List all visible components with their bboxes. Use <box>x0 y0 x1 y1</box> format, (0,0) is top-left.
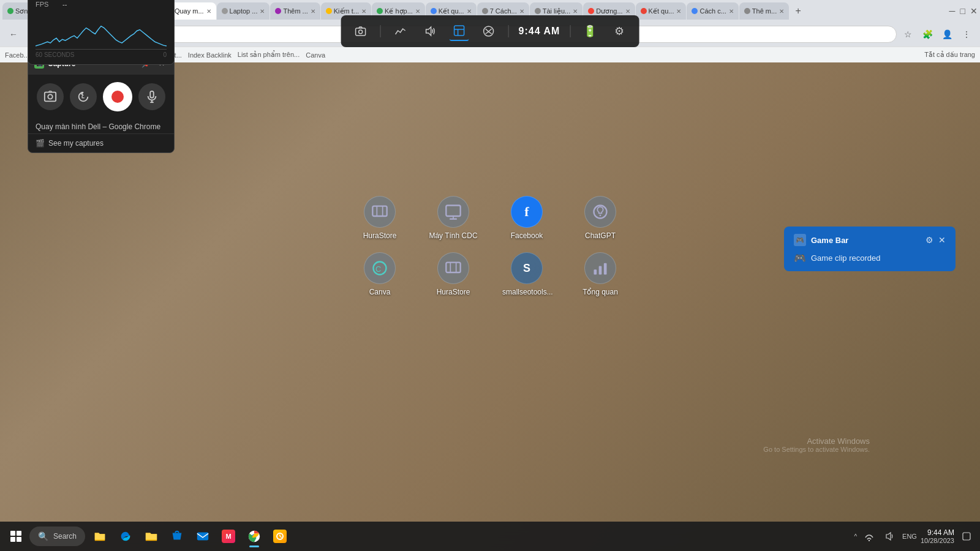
see-captures-text: See my captures <box>48 139 104 148</box>
gb-audio-icon[interactable] <box>420 21 440 41</box>
tab-15[interactable]: Thê m... ✕ <box>739 2 789 20</box>
gb-xbox-icon[interactable] <box>479 21 499 41</box>
maximize-button[interactable]: □ <box>960 6 965 16</box>
record-button[interactable] <box>103 82 132 111</box>
tab-11-close[interactable]: ✕ <box>573 8 578 15</box>
rewind-button[interactable] <box>70 83 97 110</box>
shortcut-smallseo[interactable]: S smallseotools... <box>499 252 554 296</box>
gbn-close-icon[interactable]: ✕ <box>938 235 946 245</box>
stat-fps-value: -- <box>62 1 67 8</box>
see-captures-icon: 🎬 <box>36 139 45 148</box>
tab-10-close[interactable]: ✕ <box>519 8 524 15</box>
shortcut-tonquan[interactable]: Tổng quan <box>573 252 628 296</box>
perf-chart-area <box>36 13 167 50</box>
extension-button[interactable]: 🧩 <box>919 26 936 43</box>
start-button[interactable] <box>5 525 27 547</box>
tb-app-yellow[interactable] <box>268 524 292 549</box>
shortcut-hurastore-2[interactable]: HuraStore <box>426 252 481 296</box>
tab-9-close[interactable]: ✕ <box>467 8 472 15</box>
new-tab-button[interactable]: + <box>791 4 805 18</box>
shortcut-facebook[interactable]: f Facebook <box>499 196 554 240</box>
gb-overlay-icon[interactable] <box>450 21 469 41</box>
tab-7-close[interactable]: ✕ <box>361 8 366 15</box>
close-button[interactable]: ✕ <box>970 6 978 16</box>
tab-14[interactable]: Cách c... ✕ <box>687 2 738 20</box>
bookmark-button[interactable]: ☆ <box>899 26 916 43</box>
gbn-settings-icon[interactable]: ⚙ <box>925 235 933 245</box>
taskbar-network-icon[interactable] <box>861 528 878 545</box>
shortcut-tonquan-icon <box>584 252 616 284</box>
svg-text:C: C <box>375 264 381 274</box>
shortcut-maytinh[interactable]: Máy Tính CDC <box>426 196 481 240</box>
bookmark-turn-off[interactable]: Tắt cả dấu trang <box>924 51 975 59</box>
nav-icons-right: ☆ 🧩 👤 ⋮ <box>899 26 975 43</box>
gamebar-toolbar: 9:44 AM 🔋 ⚙ <box>341 15 639 47</box>
gb-settings-icon[interactable]: ⚙ <box>609 21 629 41</box>
svg-line-37 <box>280 536 282 538</box>
taskbar-volume-icon[interactable] <box>881 528 899 545</box>
taskbar-search[interactable]: 🔍 Search <box>29 527 85 546</box>
taskbar-expand-icon[interactable]: ^ <box>854 533 857 540</box>
gbn-gamebar-icon: 🎮 <box>794 234 806 246</box>
see-captures-link[interactable]: 🎬 See my captures <box>28 133 174 152</box>
settings-button[interactable]: ⋮ <box>958 26 975 43</box>
bookmark-canva[interactable]: Canva <box>306 51 325 59</box>
taskbar-datetime[interactable]: 9:44 AM 10/28/2023 <box>921 528 954 544</box>
svg-rect-3 <box>454 26 464 36</box>
tb-store[interactable] <box>165 524 189 549</box>
back-button[interactable]: ← <box>5 26 22 43</box>
bookmark-list[interactable]: List sản phẩm trên... <box>238 51 300 59</box>
tab-12-close[interactable]: ✕ <box>625 8 630 15</box>
tab-13-close[interactable]: ✕ <box>676 8 681 15</box>
shortcut-facebook-icon: f <box>511 196 543 228</box>
gb-capture-icon[interactable] <box>351 21 371 41</box>
gbn-title: Game Bar <box>811 236 921 245</box>
svg-rect-27 <box>604 263 607 275</box>
tab-14-close[interactable]: ✕ <box>729 8 734 15</box>
bookmark-facebook[interactable]: Faceb... <box>5 51 29 59</box>
gb-performance-icon[interactable] <box>391 21 410 41</box>
taskbar-lang[interactable]: ENG <box>902 533 917 540</box>
gb-separator-3 <box>570 25 570 37</box>
screenshot-button[interactable] <box>37 83 64 110</box>
mic-button[interactable] <box>138 83 165 110</box>
taskbar-notification-icon[interactable] <box>958 528 975 545</box>
tab-6-close[interactable]: ✕ <box>311 8 315 15</box>
taskbar: 🔍 Search <box>0 522 980 551</box>
shortcut-canva[interactable]: C Canva <box>352 252 407 296</box>
stat-fps-label: FPS <box>36 1 60 8</box>
tab-5[interactable]: Laptop ... ✕ <box>217 2 270 20</box>
tab-8-close[interactable]: ✕ <box>415 8 420 15</box>
svg-rect-30 <box>10 537 15 542</box>
minimize-button[interactable]: ─ <box>949 6 956 16</box>
tab-6[interactable]: Thêm ... ✕ <box>270 2 320 20</box>
shortcut-chatgpt[interactable]: ChatGPT <box>573 196 628 240</box>
tb-edge[interactable] <box>113 524 138 549</box>
svg-point-8 <box>48 94 52 99</box>
tb-chrome[interactable] <box>242 524 266 549</box>
tab-13[interactable]: Kết qu... ✕ <box>636 2 687 20</box>
activate-windows-line2: Go to Settings to activate Windows. <box>763 446 870 453</box>
shortcut-canva-label: Canva <box>369 288 391 296</box>
gb-battery-icon[interactable]: 🔋 <box>580 21 600 41</box>
shortcut-hurastore-1[interactable]: HuraStore <box>352 196 407 240</box>
desktop: Sơn đá... ✕ Quản t... ✕ Laptop ... ✕ Qua… <box>0 0 980 551</box>
tab-4-close[interactable]: ✕ <box>206 8 211 15</box>
taskbar-date: 10/28/2023 <box>921 537 954 544</box>
profile-button[interactable]: 👤 <box>938 26 956 43</box>
tb-file-explorer[interactable] <box>88 524 112 549</box>
tab-15-close[interactable]: ✕ <box>779 8 784 15</box>
bookmark-index[interactable]: Index Backlink <box>188 51 232 59</box>
tab-5-close[interactable]: ✕ <box>260 8 265 15</box>
search-text: Search <box>53 532 77 541</box>
gbn-message-text: Game clip recorded <box>811 253 880 263</box>
tb-file-manager[interactable] <box>139 524 164 549</box>
shortcut-smallseo-icon: S <box>511 252 543 284</box>
tb-mail[interactable] <box>190 524 215 549</box>
shortcut-facebook-label: Facebook <box>511 231 543 240</box>
activate-windows-line1: Activate Windows <box>763 437 870 446</box>
tb-app-red[interactable]: M <box>216 524 241 549</box>
taskbar-right: ^ ENG 9:44 AM 10/28/2023 <box>854 528 975 545</box>
perf-chart-svg <box>36 13 167 49</box>
shortcut-canva-icon: C <box>364 252 396 284</box>
